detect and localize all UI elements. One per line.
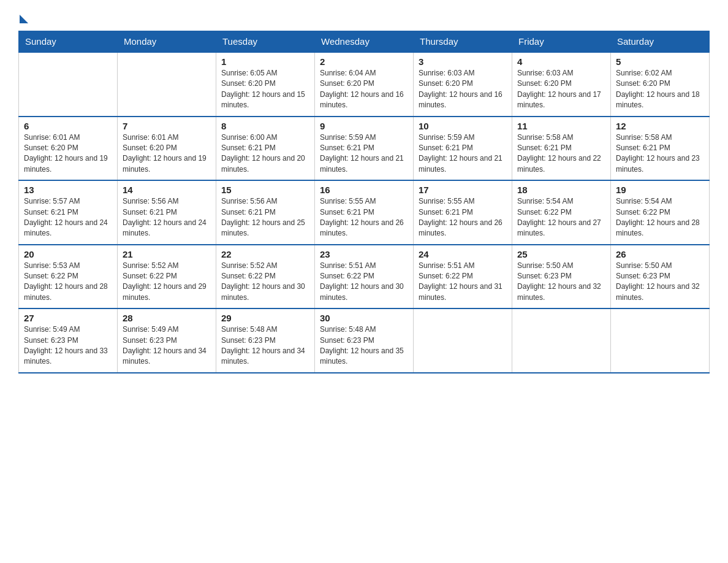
day-number: 10 [419, 121, 507, 131]
day-info: Sunrise: 6:03 AMSunset: 6:20 PMDaylight:… [419, 68, 507, 111]
day-number: 27 [24, 313, 112, 323]
calendar-cell: 15Sunrise: 5:56 AMSunset: 6:21 PMDayligh… [216, 180, 315, 245]
day-info: Sunrise: 5:49 AMSunset: 6:23 PMDaylight:… [24, 324, 112, 367]
day-number: 23 [320, 249, 408, 259]
day-info: Sunrise: 5:50 AMSunset: 6:23 PMDaylight:… [616, 261, 704, 304]
day-info: Sunrise: 6:02 AMSunset: 6:20 PMDaylight:… [616, 68, 704, 111]
day-number: 26 [616, 249, 704, 259]
calendar-cell: 3Sunrise: 6:03 AMSunset: 6:20 PMDaylight… [414, 52, 512, 117]
day-number: 1 [221, 56, 309, 67]
day-number: 18 [517, 185, 605, 195]
calendar-cell: 18Sunrise: 5:54 AMSunset: 6:22 PMDayligh… [512, 180, 611, 245]
day-number: 30 [320, 313, 408, 323]
day-number: 22 [221, 249, 309, 259]
calendar-cell: 25Sunrise: 5:50 AMSunset: 6:23 PMDayligh… [512, 245, 611, 309]
weekday-header-saturday: Saturday [611, 31, 710, 53]
day-number: 20 [24, 249, 112, 259]
weekday-header-sunday: Sunday [19, 31, 118, 53]
calendar-cell: 28Sunrise: 5:49 AMSunset: 6:23 PMDayligh… [118, 308, 216, 373]
day-info: Sunrise: 5:51 AMSunset: 6:22 PMDaylight:… [320, 261, 408, 304]
calendar-cell: 16Sunrise: 5:55 AMSunset: 6:21 PMDayligh… [315, 180, 414, 245]
calendar-week-row: 13Sunrise: 5:57 AMSunset: 6:21 PMDayligh… [19, 180, 710, 245]
calendar-cell: 4Sunrise: 6:03 AMSunset: 6:20 PMDaylight… [512, 52, 611, 117]
calendar-cell: 2Sunrise: 6:04 AMSunset: 6:20 PMDaylight… [315, 52, 414, 117]
calendar-cell: 22Sunrise: 5:52 AMSunset: 6:22 PMDayligh… [216, 245, 315, 309]
day-info: Sunrise: 5:52 AMSunset: 6:22 PMDaylight:… [221, 261, 309, 304]
calendar-cell: 19Sunrise: 5:54 AMSunset: 6:22 PMDayligh… [611, 180, 710, 245]
day-number: 7 [123, 121, 211, 131]
day-info: Sunrise: 5:51 AMSunset: 6:22 PMDaylight:… [419, 261, 507, 304]
day-number: 5 [616, 56, 704, 67]
day-info: Sunrise: 5:52 AMSunset: 6:22 PMDaylight:… [123, 261, 211, 304]
calendar-cell [512, 308, 611, 373]
calendar-cell: 6Sunrise: 6:01 AMSunset: 6:20 PMDaylight… [19, 117, 118, 181]
day-info: Sunrise: 5:48 AMSunset: 6:23 PMDaylight:… [221, 324, 309, 367]
weekday-header-tuesday: Tuesday [216, 31, 315, 53]
calendar-cell [19, 52, 118, 117]
calendar-cell: 9Sunrise: 5:59 AMSunset: 6:21 PMDaylight… [315, 117, 414, 181]
calendar-week-row: 1Sunrise: 6:05 AMSunset: 6:20 PMDaylight… [19, 52, 710, 117]
page-header [18, 12, 710, 21]
day-number: 24 [419, 249, 507, 259]
calendar-week-row: 20Sunrise: 5:53 AMSunset: 6:22 PMDayligh… [19, 245, 710, 309]
logo [18, 12, 28, 21]
day-info: Sunrise: 5:59 AMSunset: 6:21 PMDaylight:… [320, 132, 408, 175]
day-number: 14 [123, 185, 211, 195]
day-info: Sunrise: 6:05 AMSunset: 6:20 PMDaylight:… [221, 68, 309, 111]
day-info: Sunrise: 5:55 AMSunset: 6:21 PMDaylight:… [320, 196, 408, 239]
calendar-cell: 8Sunrise: 6:00 AMSunset: 6:21 PMDaylight… [216, 117, 315, 181]
calendar-cell: 10Sunrise: 5:59 AMSunset: 6:21 PMDayligh… [414, 117, 512, 181]
day-info: Sunrise: 6:04 AMSunset: 6:20 PMDaylight:… [320, 68, 408, 111]
calendar-week-row: 27Sunrise: 5:49 AMSunset: 6:23 PMDayligh… [19, 308, 710, 373]
day-number: 9 [320, 121, 408, 131]
calendar-cell: 11Sunrise: 5:58 AMSunset: 6:21 PMDayligh… [512, 117, 611, 181]
day-number: 21 [123, 249, 211, 259]
day-number: 13 [24, 185, 112, 195]
calendar-cell [611, 308, 710, 373]
calendar-cell: 20Sunrise: 5:53 AMSunset: 6:22 PMDayligh… [19, 245, 118, 309]
weekday-header-monday: Monday [118, 31, 216, 53]
weekday-header-thursday: Thursday [414, 31, 512, 53]
calendar-cell: 24Sunrise: 5:51 AMSunset: 6:22 PMDayligh… [414, 245, 512, 309]
day-number: 25 [517, 249, 605, 259]
day-number: 29 [221, 313, 309, 323]
day-number: 28 [123, 313, 211, 323]
day-info: Sunrise: 5:58 AMSunset: 6:21 PMDaylight:… [616, 132, 704, 175]
day-number: 11 [517, 121, 605, 131]
day-info: Sunrise: 5:53 AMSunset: 6:22 PMDaylight:… [24, 261, 112, 304]
day-number: 3 [419, 56, 507, 67]
calendar-cell: 12Sunrise: 5:58 AMSunset: 6:21 PMDayligh… [611, 117, 710, 181]
weekday-header-row: SundayMondayTuesdayWednesdayThursdayFrid… [19, 31, 710, 53]
day-number: 2 [320, 56, 408, 67]
calendar-cell: 23Sunrise: 5:51 AMSunset: 6:22 PMDayligh… [315, 245, 414, 309]
calendar-cell: 13Sunrise: 5:57 AMSunset: 6:21 PMDayligh… [19, 180, 118, 245]
weekday-header-friday: Friday [512, 31, 611, 53]
day-info: Sunrise: 5:54 AMSunset: 6:22 PMDaylight:… [517, 196, 605, 239]
calendar-cell: 5Sunrise: 6:02 AMSunset: 6:20 PMDaylight… [611, 52, 710, 117]
day-number: 16 [320, 185, 408, 195]
day-info: Sunrise: 6:01 AMSunset: 6:20 PMDaylight:… [24, 132, 112, 175]
day-info: Sunrise: 5:55 AMSunset: 6:21 PMDaylight:… [419, 196, 507, 239]
day-info: Sunrise: 5:50 AMSunset: 6:23 PMDaylight:… [517, 261, 605, 304]
calendar-week-row: 6Sunrise: 6:01 AMSunset: 6:20 PMDaylight… [19, 117, 710, 181]
day-info: Sunrise: 5:56 AMSunset: 6:21 PMDaylight:… [123, 196, 211, 239]
day-info: Sunrise: 6:01 AMSunset: 6:20 PMDaylight:… [123, 132, 211, 175]
day-info: Sunrise: 5:48 AMSunset: 6:23 PMDaylight:… [320, 324, 408, 367]
day-info: Sunrise: 5:54 AMSunset: 6:22 PMDaylight:… [616, 196, 704, 239]
calendar-cell: 29Sunrise: 5:48 AMSunset: 6:23 PMDayligh… [216, 308, 315, 373]
calendar-cell [414, 308, 512, 373]
day-info: Sunrise: 5:58 AMSunset: 6:21 PMDaylight:… [517, 132, 605, 175]
day-number: 12 [616, 121, 704, 131]
day-info: Sunrise: 5:59 AMSunset: 6:21 PMDaylight:… [419, 132, 507, 175]
day-info: Sunrise: 5:57 AMSunset: 6:21 PMDaylight:… [24, 196, 112, 239]
day-info: Sunrise: 6:03 AMSunset: 6:20 PMDaylight:… [517, 68, 605, 111]
calendar-cell: 26Sunrise: 5:50 AMSunset: 6:23 PMDayligh… [611, 245, 710, 309]
calendar-cell: 27Sunrise: 5:49 AMSunset: 6:23 PMDayligh… [19, 308, 118, 373]
day-number: 4 [517, 56, 605, 67]
calendar-cell: 14Sunrise: 5:56 AMSunset: 6:21 PMDayligh… [118, 180, 216, 245]
calendar-table: SundayMondayTuesdayWednesdayThursdayFrid… [18, 31, 710, 373]
calendar-cell: 7Sunrise: 6:01 AMSunset: 6:20 PMDaylight… [118, 117, 216, 181]
calendar-cell [118, 52, 216, 117]
day-number: 19 [616, 185, 704, 195]
logo-arrow-icon [20, 15, 28, 23]
